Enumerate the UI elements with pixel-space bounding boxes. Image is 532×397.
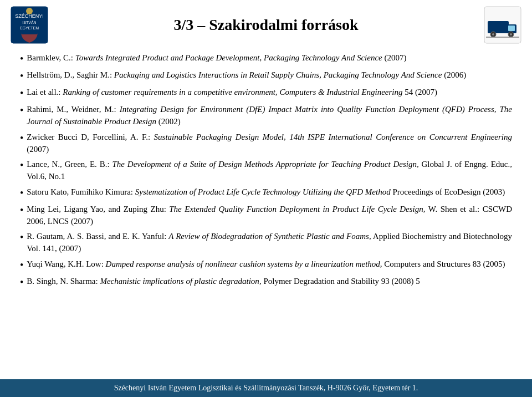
reference-text: Lai et all.: Ranking of customer require… xyxy=(27,86,512,99)
bullet-icon: • xyxy=(20,69,23,83)
reference-text: Barmklev, C.: Towards Integrated Product… xyxy=(27,52,512,64)
list-item: • Ming Lei, Ligang Yao, and Zuping Zhu: … xyxy=(20,203,512,228)
bullet-icon: • xyxy=(20,203,23,217)
list-item: • R. Gautam, A. S. Bassi, and E. K. Yanf… xyxy=(20,231,512,255)
reference-text: Yuqi Wang, K.H. Low: Damped response ana… xyxy=(27,258,512,271)
references-content: • Barmklev, C.: Towards Integrated Produ… xyxy=(0,48,532,297)
list-item: • Hellström, D., Saghir M.: Packaging an… xyxy=(20,69,512,83)
svg-text:ISTVÁN: ISTVÁN xyxy=(22,20,36,24)
list-item: • Yuqi Wang, K.H. Low: Damped response a… xyxy=(20,258,512,272)
reference-text: Lance, N., Green, E. B.: The Development… xyxy=(27,159,512,183)
footer: Széchenyi István Egyetem Logisztikai és … xyxy=(0,379,532,397)
bullet-icon: • xyxy=(20,103,23,118)
svg-point-10 xyxy=(492,33,494,35)
reference-text: Ming Lei, Ligang Yao, and Zuping Zhu: Th… xyxy=(27,203,512,228)
list-item: • Rahimi, M., Weidner, M.: Integrating D… xyxy=(20,104,512,128)
svg-point-4 xyxy=(26,8,33,14)
list-item: • Zwicker Bucci D, Forcellini, A. F.: Su… xyxy=(20,131,512,156)
bullet-icon: • xyxy=(20,158,23,172)
bullet-icon: • xyxy=(20,275,23,289)
footer-text: Széchenyi István Egyetem Logisztikai és … xyxy=(114,384,418,392)
svg-rect-6 xyxy=(488,21,509,33)
reference-text: Rahimi, M., Weidner, M.: Integrating Des… xyxy=(27,104,512,128)
bullet-icon: • xyxy=(20,52,23,66)
logo-right xyxy=(483,6,522,44)
bullet-icon: • xyxy=(20,186,23,200)
logo-left: SZÉCHENYI ISTVÁN EGYETEM xyxy=(10,6,49,44)
svg-text:EGYETEM: EGYETEM xyxy=(20,26,39,30)
reference-text: R. Gautam, A. S. Bassi, and E. K. Yanful… xyxy=(27,231,512,255)
list-item: • Satoru Kato, Fumihiko Kimura: Systemat… xyxy=(20,186,512,200)
bullet-icon: • xyxy=(20,86,23,100)
reference-text: Zwicker Bucci D, Forcellini, A. F.: Sust… xyxy=(27,131,512,156)
svg-rect-8 xyxy=(508,26,515,31)
bullet-icon: • xyxy=(20,131,23,145)
reference-text: Hellström, D., Saghir M.: Packaging and … xyxy=(27,69,512,82)
header: SZÉCHENYI ISTVÁN EGYETEM 3/3 – Szakiroda… xyxy=(0,0,532,48)
svg-point-12 xyxy=(510,33,512,35)
bullet-icon: • xyxy=(20,258,23,272)
page-title: 3/3 – Szakirodalmi források xyxy=(49,16,483,34)
reference-text: B. Singh, N. Sharma: Mechanistic implica… xyxy=(27,276,512,288)
list-item: • B. Singh, N. Sharma: Mechanistic impli… xyxy=(20,276,512,289)
list-item: • Lai et all.: Ranking of customer requi… xyxy=(20,86,512,100)
reference-text: Satoru Kato, Fumihiko Kimura: Systematiz… xyxy=(27,186,512,198)
list-item: • Lance, N., Green, E. B.: The Developme… xyxy=(20,159,512,183)
bullet-icon: • xyxy=(20,230,23,245)
list-item: • Barmklev, C.: Towards Integrated Produ… xyxy=(20,52,512,66)
